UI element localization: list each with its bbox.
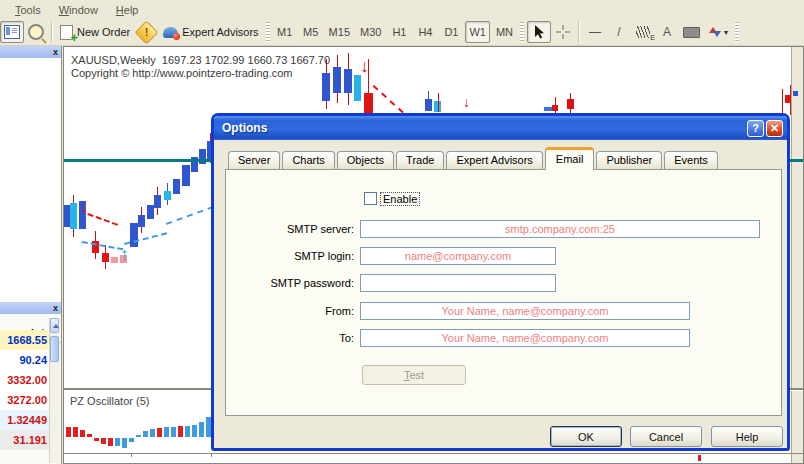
left-dock: x x Ask 1668.5590.243332.003272.001.3244… (0, 46, 62, 464)
help-icon[interactable]: ? (747, 120, 764, 137)
field-row: SMTP server: (226, 220, 760, 238)
enable-row: Enable (364, 192, 419, 205)
field-row: From: (226, 302, 690, 320)
cancel-button[interactable]: Cancel (630, 426, 702, 447)
menu-tools[interactable]: Tools (6, 2, 50, 18)
trendline-tool-button[interactable]: / (607, 21, 631, 43)
warning-icon[interactable]: ! (135, 20, 159, 44)
field-label: To: (226, 332, 360, 344)
cursor-tool-button[interactable] (527, 21, 551, 43)
quotes-scrollbar[interactable] (49, 318, 60, 463)
fibonacci-tool-button[interactable] (631, 21, 655, 43)
smtp-server-input[interactable] (360, 220, 760, 238)
rectangle-icon (683, 27, 700, 38)
quote-row[interactable]: 3332.00 (0, 370, 51, 390)
market-watch-panel: x Ask 1668.5590.243332.003272.001.324493… (0, 302, 62, 464)
shapes-tool-button[interactable] (679, 21, 704, 43)
quote-rows: 1668.5590.243332.003272.001.3244931.191 (0, 330, 51, 450)
menu-window[interactable]: Window (50, 2, 107, 18)
dialog-titlebar[interactable]: Options ? ✕ (214, 116, 787, 140)
timeframe-mn-button[interactable]: MN (492, 21, 517, 43)
ok-button[interactable]: OK (550, 426, 622, 447)
smtp-password-input[interactable] (360, 274, 556, 292)
timeframe-d1-button[interactable]: D1 (439, 21, 463, 43)
warning-glyph: ! (145, 27, 148, 38)
oscillator-bar (94, 438, 99, 441)
quote-value: 3272.00 (7, 394, 47, 406)
smtp-login-input[interactable] (360, 247, 556, 265)
trendline-icon: / (617, 25, 620, 39)
titlebar-buttons: ? ✕ (747, 120, 783, 137)
oscillator-bar (108, 438, 113, 446)
oscillator-bar (185, 426, 190, 437)
toolbar-drag-handle[interactable] (520, 22, 524, 42)
market-watch-button[interactable] (0, 21, 24, 43)
quote-row[interactable]: 1.32449 (0, 410, 51, 430)
close-icon[interactable]: x (53, 302, 58, 314)
panel-titlebar[interactable]: x (0, 46, 61, 58)
quote-row[interactable]: 1668.55 (0, 330, 51, 350)
field-label: SMTP login: (226, 250, 360, 262)
expert-advisors-label: Expert Advisors (182, 26, 258, 38)
oscillator-bar (66, 427, 71, 437)
tab-events[interactable]: Events (664, 151, 718, 169)
crosshair-tool-button[interactable] (551, 21, 575, 43)
tab-trade[interactable]: Trade (396, 151, 444, 169)
timeframe-m1-button[interactable]: M1 (273, 21, 297, 43)
magnifier-icon (28, 24, 44, 40)
scrollbar-thumb[interactable] (50, 336, 59, 362)
panel-titlebar[interactable]: x (0, 302, 61, 314)
new-order-button[interactable]: New Order (56, 21, 134, 43)
quote-value: 90.24 (19, 354, 47, 366)
timeframe-m5-button[interactable]: M5 (299, 21, 323, 43)
oscillator-bar (87, 434, 92, 437)
to-input[interactable] (360, 329, 690, 347)
quote-value: 1668.55 (7, 334, 47, 346)
hline-tool-button[interactable]: — (583, 21, 607, 43)
expert-advisors-button[interactable]: Expert Advisors (159, 21, 262, 43)
timeframe-m30-button[interactable]: M30 (356, 21, 385, 43)
oscillator-bar (129, 438, 134, 442)
close-icon[interactable]: ✕ (766, 120, 783, 137)
scroll-up-icon[interactable] (50, 318, 59, 333)
from-input[interactable] (360, 302, 690, 320)
tab-server[interactable]: Server (228, 151, 280, 169)
tab-objects[interactable]: Objects (337, 151, 394, 169)
enable-checkbox[interactable] (364, 192, 377, 205)
quote-value: 31.191 (13, 434, 47, 446)
quote-row[interactable]: 31.191 (0, 430, 51, 450)
text-tool-button[interactable]: A (655, 21, 679, 43)
tab-expert-advisors[interactable]: Expert Advisors (446, 151, 542, 169)
test-button[interactable]: Test (362, 365, 466, 385)
tab-charts[interactable]: Charts (282, 151, 334, 169)
oscillator-bar (171, 427, 176, 437)
timeframe-m15-button[interactable]: M15 (325, 21, 354, 43)
oscillator-bar (164, 427, 169, 437)
hline-icon: — (589, 25, 601, 39)
field-row: SMTP login: (226, 247, 556, 265)
arrows-tool-button[interactable]: ▾ (704, 21, 732, 43)
quote-row[interactable]: 90.24 (0, 350, 51, 370)
data-window-button[interactable] (24, 21, 48, 43)
dialog-buttons: OKCancelHelp (214, 426, 787, 448)
chevron-down-icon: ▾ (724, 28, 728, 37)
timeframe-w1-button[interactable]: W1 (465, 21, 490, 43)
toolbar-drag-handle[interactable] (735, 22, 739, 42)
timeframe-h4-button[interactable]: H4 (413, 21, 437, 43)
axis-tick (211, 454, 212, 457)
button-label: Cancel (649, 431, 683, 443)
quote-value: 1.32449 (7, 414, 47, 426)
mt4-application: ToolsWindowHelp New Order ! Expert Advis… (0, 0, 804, 464)
oscillator-bar (178, 426, 183, 437)
tab-email[interactable]: Email (545, 147, 595, 170)
quote-row[interactable]: 3272.00 (0, 390, 51, 410)
toolbar-drag-handle[interactable] (266, 22, 270, 42)
help-button[interactable]: Help (711, 426, 783, 447)
tab-publisher[interactable]: Publisher (596, 151, 662, 169)
timeframe-h1-button[interactable]: H1 (387, 21, 411, 43)
oscillator-bar (73, 427, 78, 437)
field-row: To: (226, 329, 690, 347)
menu-bar: ToolsWindowHelp (0, 0, 804, 19)
menu-help[interactable]: Help (107, 2, 148, 18)
close-icon[interactable]: x (53, 46, 58, 58)
